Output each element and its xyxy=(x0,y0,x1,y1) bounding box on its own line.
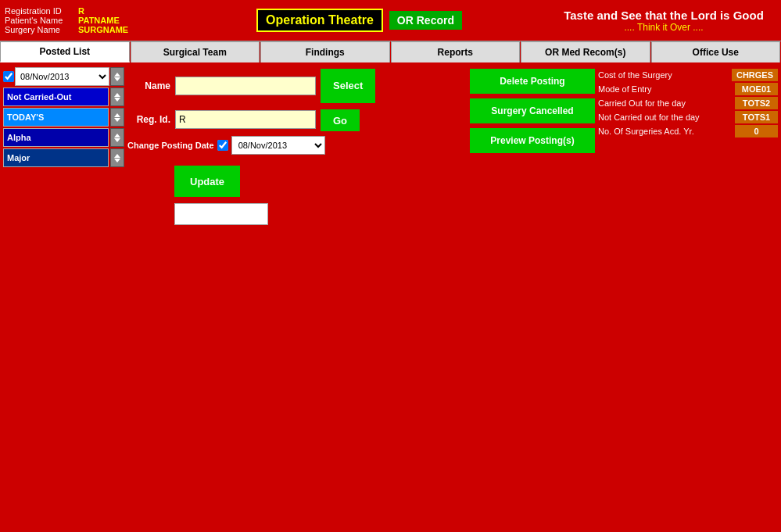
surgery-cancelled-button[interactable]: Surgery Cancelled xyxy=(470,98,595,123)
action-buttons: Delete Posting Surgery Cancelled Preview… xyxy=(470,66,595,529)
tab-posted-list[interactable]: Posted List xyxy=(0,41,130,62)
major-up-arrow[interactable] xyxy=(114,154,120,158)
not-carried-label: Not Carried out for the day xyxy=(598,112,733,122)
tab-reports[interactable]: Reports xyxy=(391,41,521,62)
major-spinner[interactable] xyxy=(110,148,124,167)
date-checkbox[interactable] xyxy=(3,71,14,82)
reg-id-form-label: Reg. Id. xyxy=(127,114,170,125)
main-content: 08/Nov/2013 Not Carried-Out TODAY'S xyxy=(0,62,781,532)
nc-up-arrow[interactable] xyxy=(114,93,120,97)
left-sidebar: 08/Nov/2013 Not Carried-Out TODAY'S xyxy=(3,66,124,529)
header-center: Operation Theatre OR Record xyxy=(172,0,546,41)
marquee-line1: Taste and See that the Lord is Good xyxy=(564,9,764,22)
delete-posting-button[interactable]: Delete Posting xyxy=(470,69,595,94)
nc-down-arrow[interactable] xyxy=(114,98,120,102)
date-spinner[interactable] xyxy=(110,67,124,86)
nc-spinner[interactable] xyxy=(110,87,124,106)
major-down-arrow[interactable] xyxy=(114,159,120,162)
todays-select[interactable]: TODAY'S xyxy=(3,108,109,127)
go-button[interactable]: Go xyxy=(321,109,360,131)
tab-findings[interactable]: Findings xyxy=(260,41,390,62)
header-marquee: Taste and See that the Lord is Good ....… xyxy=(546,0,781,41)
reg-id-label: Registration ID xyxy=(5,6,75,16)
alpha-up-arrow[interactable] xyxy=(114,134,120,137)
surgeries-label: No. Of Surgeries Acd. Yr. xyxy=(598,127,733,136)
op-theatre-button[interactable]: Operation Theatre xyxy=(256,9,383,32)
change-date-row: Change Posting Date 08/Nov/2013 xyxy=(127,136,451,155)
patient-name-value: PATNAME xyxy=(78,16,120,25)
tab-or-med-recom[interactable]: OR Med Recom(s) xyxy=(521,41,650,62)
alpha-row: Alpha xyxy=(3,128,124,147)
select-go-container: Select xyxy=(321,69,375,103)
date-select[interactable]: 08/Nov/2013 xyxy=(15,67,109,86)
or-record-button[interactable]: OR Record xyxy=(389,11,462,30)
alpha-down-arrow[interactable] xyxy=(114,138,120,142)
info-row-charges: Cost of the Surgery CHRGES xyxy=(598,69,778,81)
update-row: Update xyxy=(127,162,451,197)
change-date-select[interactable]: 08/Nov/2013 xyxy=(231,136,325,155)
update-button[interactable]: Update xyxy=(174,166,240,197)
info-row-not-carried: Not Carried out for the day TOTS1 xyxy=(598,111,778,123)
surgery-name-value: SURGNAME xyxy=(78,25,128,34)
alpha-select[interactable]: Alpha xyxy=(3,128,109,147)
change-date-label: Change Posting Date xyxy=(127,141,214,150)
info-row-carried-out: Carried Out for the day TOTS2 xyxy=(598,97,778,109)
reg-id-value: R xyxy=(78,6,84,16)
surgery-name-label: Surgery Name xyxy=(5,25,75,34)
name-input[interactable] xyxy=(175,77,316,95)
nav-tabs: Posted List Surgical Team Findings Repor… xyxy=(0,41,781,62)
major-row: Major xyxy=(3,148,124,167)
todays-down-arrow[interactable] xyxy=(114,118,120,122)
charges-label: Cost of the Surgery xyxy=(598,70,730,80)
reg-info-panel: Registration ID R Patient's Name PATNAME… xyxy=(0,0,172,41)
white-box xyxy=(174,203,268,225)
not-carried-out-row: Not Carried-Out xyxy=(3,87,124,106)
select-button[interactable]: Select xyxy=(321,69,375,103)
major-select[interactable]: Major xyxy=(3,148,109,167)
todays-spinner[interactable] xyxy=(110,108,124,127)
change-date-checkbox[interactable] xyxy=(217,140,228,151)
tab-office-use[interactable]: Office Use xyxy=(651,41,781,62)
todays-row: TODAY'S xyxy=(3,108,124,127)
name-row: Name Select xyxy=(127,69,451,103)
info-row-mode: Mode of Entry MOE01 xyxy=(598,83,778,95)
mode-value: MOE01 xyxy=(735,83,778,95)
center-area: Name Select Reg. Id. Go Change Posting D… xyxy=(127,66,451,529)
date-row: 08/Nov/2013 xyxy=(3,67,124,86)
not-carried-value: TOTS1 xyxy=(735,111,778,123)
todays-up-arrow[interactable] xyxy=(114,113,120,117)
reg-id-input[interactable] xyxy=(175,110,316,129)
tab-surgical-team[interactable]: Surgical Team xyxy=(131,41,260,62)
patient-name-label: Patient's Name xyxy=(5,16,75,25)
surgeries-value: 0 xyxy=(735,125,778,137)
charges-value: CHRGES xyxy=(732,69,778,81)
carried-out-value: TOTS2 xyxy=(735,97,778,109)
reg-id-row: Reg. Id. Go xyxy=(127,108,451,131)
date-up-arrow[interactable] xyxy=(114,73,120,77)
info-row-surgeries: No. Of Surgeries Acd. Yr. 0 xyxy=(598,125,778,137)
preview-postings-button[interactable]: Preview Posting(s) xyxy=(470,128,595,153)
right-panel: Cost of the Surgery CHRGES Mode of Entry… xyxy=(598,66,778,529)
not-carried-out-select[interactable]: Not Carried-Out xyxy=(3,87,109,106)
name-label: Name xyxy=(127,80,170,91)
marquee-line2: .... Think it Over .... xyxy=(624,22,703,33)
carried-out-label: Carried Out for the day xyxy=(598,98,733,108)
date-down-arrow[interactable] xyxy=(114,77,120,81)
mode-label: Mode of Entry xyxy=(598,84,733,94)
alpha-spinner[interactable] xyxy=(110,128,124,147)
